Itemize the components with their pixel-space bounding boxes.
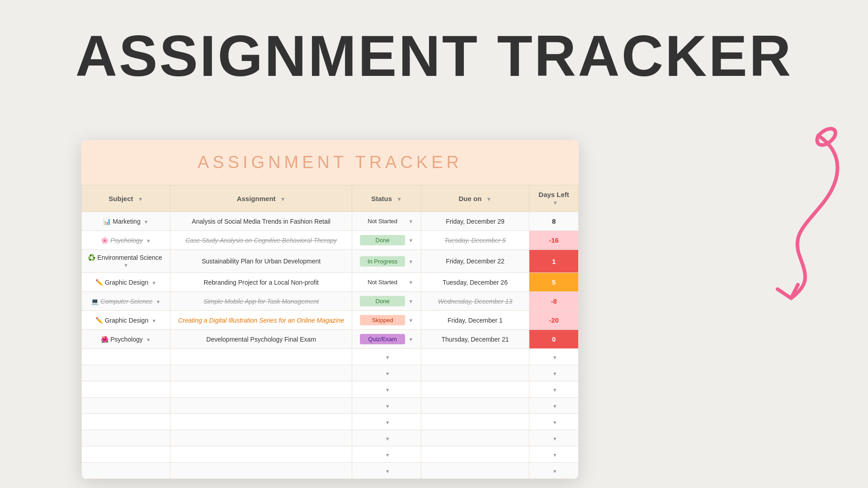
empty-cell (170, 398, 352, 414)
empty-dropdown[interactable]: ▼ (385, 469, 390, 474)
subject-cell: 💻Computer Science ▼ (82, 292, 170, 311)
col-header-subject[interactable]: Subject ▼ (82, 185, 170, 212)
assignment-text: Rebranding Project for a Local Non-profi… (203, 279, 318, 286)
subject-icon: 💻 (91, 298, 99, 305)
decorative-arrow-svg (701, 127, 845, 316)
subject-text: Marketing (113, 218, 140, 225)
empty-dropdown[interactable]: ▼ (552, 355, 557, 360)
due-date-text: Friday, December 29 (446, 218, 505, 225)
filter-icon-status[interactable]: ▼ (396, 196, 402, 202)
col-header-status[interactable]: Status ▼ (352, 185, 421, 212)
empty-row: ▼▼ (82, 463, 579, 479)
table-row: 🌸Psychology ▼Case Study Analysis on Cogn… (82, 231, 579, 250)
page-main-title: ASSIGNMENT TRACKER (0, 0, 868, 85)
subject-dropdown[interactable]: ▼ (145, 337, 151, 343)
filter-icon-due[interactable]: ▼ (486, 196, 492, 202)
filter-icon-assignment[interactable]: ▼ (280, 196, 286, 202)
empty-cell (421, 365, 529, 381)
spreadsheet-container: ASSIGNMENT TRACKER Subject ▼ Assignment … (81, 140, 579, 479)
empty-cell (82, 446, 170, 463)
col-header-days[interactable]: Days Left ▼ (529, 185, 579, 212)
days-left-cell: 5 (529, 273, 579, 292)
due-date-cell: Tuesday, December 26 (421, 273, 529, 292)
status-dropdown[interactable]: ▼ (407, 259, 413, 264)
assignment-cell: Sustainability Plan for Urban Developmen… (170, 250, 352, 273)
subject-icon: 📊 (103, 218, 111, 225)
subject-icon: ✏️ (95, 279, 103, 286)
table-wrapper: Subject ▼ Assignment ▼ Status ▼ Due on ▼ (81, 185, 579, 479)
col-header-assignment[interactable]: Assignment ▼ (170, 185, 352, 212)
assignment-cell: Creating a Digital Illustration Series f… (170, 311, 352, 330)
empty-cell: ▼ (352, 365, 421, 381)
filter-icon-subject[interactable]: ▼ (138, 196, 143, 202)
status-dropdown[interactable]: ▼ (407, 299, 413, 304)
empty-cell: ▼ (352, 446, 421, 463)
subject-text: Computer Science (100, 298, 152, 305)
subject-text: Environmental Science (97, 254, 162, 261)
table-row: 💻Computer Science ▼Simple Mobile App for… (82, 292, 579, 311)
empty-dropdown[interactable]: ▼ (385, 436, 390, 441)
empty-cell (170, 446, 352, 463)
status-cell: Skipped ▼ (352, 311, 421, 330)
status-dropdown[interactable]: ▼ (407, 238, 413, 243)
empty-dropdown[interactable]: ▼ (552, 469, 557, 474)
assignments-table: Subject ▼ Assignment ▼ Status ▼ Due on ▼ (81, 185, 579, 479)
days-left-cell: -16 (529, 231, 579, 250)
days-left-cell: 1 (529, 250, 579, 273)
empty-cell (170, 463, 352, 479)
status-dropdown[interactable]: ▼ (407, 280, 413, 285)
empty-dropdown[interactable]: ▼ (385, 420, 390, 425)
status-cell: In Progress ▼ (352, 250, 421, 273)
subject-dropdown[interactable]: ▼ (145, 238, 151, 244)
empty-dropdown[interactable]: ▼ (385, 404, 390, 409)
empty-cell (170, 414, 352, 430)
subject-dropdown[interactable]: ▼ (150, 318, 156, 324)
empty-row: ▼▼ (82, 381, 579, 398)
assignment-cell: Case Study Analysis on Cognitive Behavio… (170, 231, 352, 250)
assignment-cell: Developmental Psychology Final Exam (170, 330, 352, 349)
subject-dropdown[interactable]: ▼ (155, 299, 161, 305)
empty-dropdown[interactable]: ▼ (552, 452, 557, 458)
empty-dropdown[interactable]: ▼ (385, 452, 390, 458)
subject-dropdown[interactable]: ▼ (123, 263, 128, 268)
subject-text: Graphic Design (105, 317, 149, 324)
empty-dropdown[interactable]: ▼ (385, 387, 390, 393)
empty-cell: ▼ (529, 398, 579, 414)
subject-cell: ✏️Graphic Design ▼ (82, 311, 170, 330)
table-row: ✏️Graphic Design ▼Rebranding Project for… (82, 273, 579, 292)
empty-cell: ▼ (529, 365, 579, 381)
empty-cell (82, 414, 170, 430)
subject-cell: ✏️Graphic Design ▼ (82, 273, 170, 292)
subject-dropdown[interactable]: ▼ (150, 280, 156, 286)
empty-dropdown[interactable]: ▼ (552, 404, 557, 409)
due-date-cell: Thursday, December 21 (421, 330, 529, 349)
empty-dropdown[interactable]: ▼ (552, 420, 557, 425)
empty-dropdown[interactable]: ▼ (385, 371, 390, 376)
subject-cell: ♻️Environmental Science ▼ (82, 250, 170, 273)
subject-dropdown[interactable]: ▼ (142, 219, 149, 225)
assignment-text: Analysis of Social Media Trends in Fashi… (192, 218, 330, 225)
tracker-header-text: ASSIGNMENT TRACKER (198, 153, 462, 172)
empty-dropdown[interactable]: ▼ (552, 371, 557, 376)
empty-dropdown[interactable]: ▼ (552, 436, 557, 441)
empty-cell (82, 430, 170, 446)
status-dropdown[interactable]: ▼ (407, 219, 413, 224)
assignment-text: Developmental Psychology Final Exam (206, 336, 316, 343)
col-header-due[interactable]: Due on ▼ (421, 185, 529, 212)
empty-dropdown[interactable]: ▼ (552, 387, 557, 393)
status-cell: Not Started ▼ (352, 212, 421, 231)
empty-row: ▼▼ (82, 446, 579, 463)
status-dropdown[interactable]: ▼ (407, 318, 413, 323)
filter-icon-days[interactable]: ▼ (552, 200, 558, 206)
empty-cell (170, 430, 352, 446)
subject-text: Psychology (110, 237, 143, 244)
subject-icon: 🌺 (101, 336, 108, 343)
empty-dropdown[interactable]: ▼ (385, 355, 390, 360)
due-date-text: Tuesday, December 5 (444, 237, 506, 244)
table-row: 🌺Psychology ▼Developmental Psychology Fi… (82, 330, 579, 349)
subject-cell: 🌸Psychology ▼ (82, 231, 170, 250)
status-dropdown[interactable]: ▼ (407, 337, 413, 342)
status-badge: Done (360, 235, 405, 245)
due-date-text: Friday, December 1 (448, 317, 503, 324)
status-badge: Not Started (360, 277, 405, 287)
